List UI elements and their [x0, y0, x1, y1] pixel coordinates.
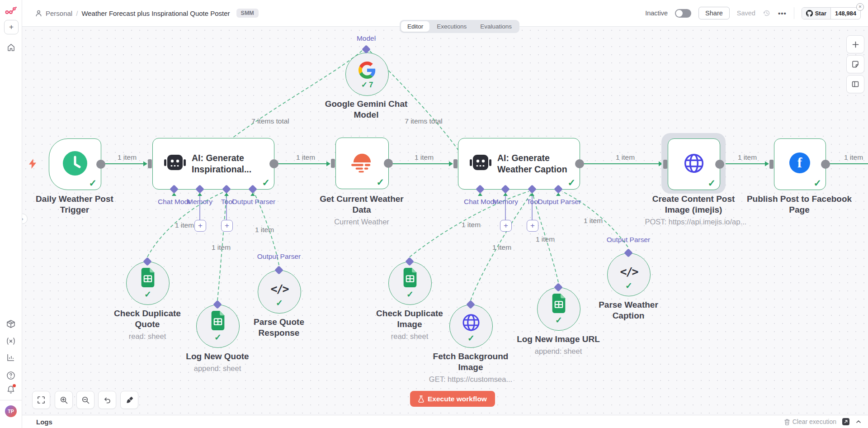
node-subtitle: read: sheet — [107, 332, 188, 341]
github-star-widget[interactable]: Star 148,984 — [802, 7, 861, 19]
node-parse-quote-response[interactable]: </> ✓ — [258, 270, 301, 314]
undo-button[interactable] — [98, 391, 116, 409]
edge-label: 1 item — [296, 153, 315, 162]
edge-label: 1 item — [175, 221, 194, 229]
input-port[interactable] — [663, 160, 667, 169]
home-icon — [7, 43, 15, 52]
input-port[interactable] — [148, 159, 152, 168]
n8n-logo-icon[interactable] — [5, 6, 17, 15]
tab-executions[interactable]: Executions — [430, 21, 473, 32]
output-port[interactable] — [269, 159, 278, 168]
edge-label: 1 item — [738, 153, 757, 162]
google-sheets-icon — [141, 268, 156, 287]
person-icon — [35, 10, 42, 17]
plus-icon: + — [530, 221, 535, 230]
view-tabs: Editor Executions Evaluations — [400, 20, 519, 33]
node-daily-weather-post-trigger[interactable]: ✓ — [49, 138, 101, 190]
globe-icon — [683, 152, 705, 175]
edge-label: 1 item — [118, 153, 137, 162]
github-icon — [806, 10, 813, 17]
edge-label: 1 item — [212, 243, 231, 252]
plus-icon: + — [9, 23, 14, 32]
node-publish-post-facebook[interactable]: f ✓ — [774, 138, 826, 190]
tab-evaluations[interactable]: Evaluations — [474, 21, 518, 32]
sidebar-item-variables[interactable] — [6, 337, 15, 346]
output-port[interactable] — [821, 160, 830, 169]
fit-view-button[interactable] — [32, 391, 50, 409]
node-fetch-background-image[interactable]: ✓ — [449, 304, 493, 348]
google-sheets-icon — [403, 268, 418, 287]
workflow-canvas[interactable]: ✓ Daily Weather Post Trigger AI: Generat… — [22, 26, 868, 415]
node-ai-generate-inspirational[interactable]: AI: Generate Inspirational... ✓ — [152, 138, 274, 190]
check-icon: ✓ — [262, 178, 270, 187]
output-port[interactable] — [384, 159, 393, 168]
more-menu-button[interactable]: ••• — [778, 10, 787, 17]
zoom-in-button[interactable] — [55, 391, 73, 409]
edge-label: 1 item — [536, 235, 555, 243]
workflow-tag[interactable]: SMM — [236, 9, 259, 18]
sidebar-divider — [0, 400, 22, 400]
sidebar-item-templates[interactable] — [6, 319, 15, 328]
node-label: Log New Image URL append: sheet — [505, 334, 612, 356]
add-workflow-button[interactable]: + — [4, 20, 19, 34]
check-icon: ✓ — [625, 281, 632, 290]
sidebar-item-home[interactable] — [6, 43, 15, 52]
node-log-new-image-url[interactable]: ✓ — [537, 287, 580, 331]
active-toggle[interactable] — [675, 9, 691, 18]
sidebar-item-help[interactable] — [6, 371, 15, 380]
port-label-output-parser: Output Parser — [538, 198, 581, 206]
edge-label: 1 item — [584, 217, 603, 225]
check-icon: ✓ — [555, 316, 562, 324]
open-logs-popout-button[interactable] — [842, 418, 850, 426]
expand-logs-button[interactable] — [855, 418, 862, 425]
add-node-button[interactable] — [846, 35, 864, 53]
header-separator — [794, 7, 794, 19]
node-title: AI: Generate Weather Caption — [497, 152, 575, 176]
logs-title: Logs — [36, 418, 52, 426]
edge-label: 1 item — [616, 153, 635, 162]
logs-panel-header[interactable]: Logs Clear execution — [22, 415, 868, 428]
zoom-out-button[interactable] — [76, 391, 94, 409]
breadcrumb-project[interactable]: Personal — [46, 10, 72, 17]
input-port[interactable] — [769, 160, 774, 169]
output-port[interactable] — [96, 160, 105, 169]
add-memory-button[interactable]: + — [194, 220, 206, 232]
execute-workflow-button[interactable]: Execute workflow — [410, 391, 495, 407]
input-port[interactable] — [453, 159, 458, 168]
trigger-bolt-icon — [28, 158, 38, 169]
plus-icon: + — [198, 221, 203, 230]
node-google-gemini-chat-model[interactable]: ✓7 — [345, 52, 389, 96]
port-label-output-parser: Output Parser — [257, 252, 301, 261]
node-log-new-quote[interactable]: ✓ — [196, 304, 240, 348]
add-tool-button[interactable]: + — [527, 220, 538, 232]
node-create-content-post-image[interactable]: ✓ — [668, 138, 720, 190]
add-tool-button[interactable]: + — [221, 220, 233, 232]
toggle-panel-button[interactable] — [846, 75, 864, 93]
zoom-in-icon — [60, 396, 68, 404]
avatar[interactable]: TP — [5, 405, 17, 417]
dismiss-star-button[interactable]: ✕ — [856, 3, 864, 11]
fit-view-icon — [38, 396, 45, 404]
input-port[interactable] — [331, 159, 335, 168]
share-button[interactable]: Share — [698, 7, 730, 19]
node-check-duplicate-quote[interactable]: ✓ — [126, 262, 170, 305]
node-label: Log New Quote append: sheet — [168, 351, 267, 373]
add-sticky-note-button[interactable] — [846, 55, 864, 73]
sidebar-item-notifications[interactable] — [6, 385, 15, 394]
add-memory-button[interactable]: + — [500, 220, 512, 232]
sidebar-item-insights[interactable] — [6, 353, 15, 362]
output-port[interactable] — [575, 159, 584, 168]
history-icon[interactable] — [763, 9, 771, 17]
node-get-current-weather-data[interactable]: ✓ — [335, 138, 389, 189]
node-label: Parse Quote Response — [242, 317, 316, 338]
port-label-memory: Memory — [493, 198, 518, 206]
clear-execution-button[interactable]: Clear execution — [784, 418, 836, 425]
node-parse-weather-caption[interactable]: </> ✓ — [607, 253, 651, 296]
output-port[interactable] — [715, 160, 724, 169]
node-ai-generate-weather-caption[interactable]: AI: Generate Weather Caption ✓ — [458, 138, 580, 190]
node-check-duplicate-image[interactable]: ✓ — [388, 262, 432, 305]
code-icon: </> — [270, 282, 288, 295]
workflow-title[interactable]: Weather Forecast plus Inspirational Quot… — [81, 10, 230, 17]
tidy-up-button[interactable] — [120, 391, 138, 409]
tab-editor[interactable]: Editor — [401, 21, 429, 32]
